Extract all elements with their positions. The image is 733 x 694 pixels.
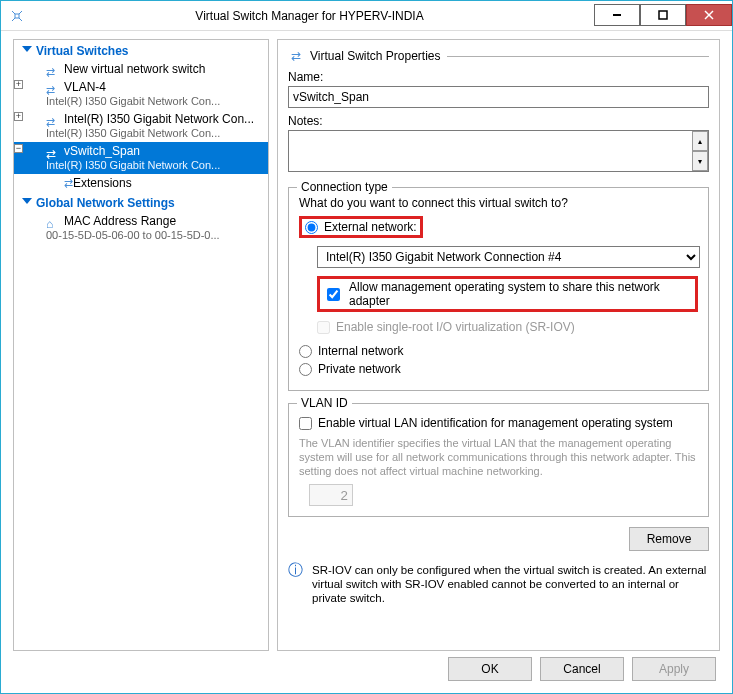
sriov-row: Enable single-root I/O virtualization (S… (317, 320, 698, 334)
window-title: Virtual Switch Manager for HYPERV-INDIA (25, 9, 594, 23)
internal-network-label: Internal network (318, 344, 403, 358)
tree-item-i350[interactable]: + Intel(R) I350 Gigabit Network Con... I… (14, 110, 268, 142)
private-network-radio[interactable] (299, 363, 312, 376)
extension-icon (64, 176, 73, 190)
svg-rect-0 (15, 14, 19, 18)
connection-type-group: Connection type What do you want to conn… (288, 187, 709, 391)
scroll-down-icon[interactable]: ▾ (692, 151, 708, 171)
external-network-label: External network: (324, 220, 417, 234)
titlebar: Virtual Switch Manager for HYPERV-INDIA (1, 1, 732, 31)
adapter-select[interactable]: Intel(R) I350 Gigabit Network Connection… (317, 246, 700, 268)
remove-button[interactable]: Remove (629, 527, 709, 551)
notes-label: Notes: (288, 114, 709, 128)
vlan-group: VLAN ID Enable virtual LAN identificatio… (288, 403, 709, 517)
notes-scroll: ▴ ▾ (692, 131, 708, 171)
tree-detail: 00-15-5D-05-06-00 to 00-15-5D-0... (26, 228, 264, 242)
sriov-info-text: SR-IOV can only be configured when the v… (312, 563, 709, 605)
mac-icon: ⌂ (46, 217, 60, 227)
tree-label: Intel(R) I350 Gigabit Network Con... (64, 112, 254, 126)
scroll-up-icon[interactable]: ▴ (692, 131, 708, 151)
tree-label: VLAN-4 (64, 80, 106, 94)
switch-icon (46, 65, 60, 75)
tree-section-global[interactable]: Global Network Settings (14, 192, 268, 212)
minimize-button[interactable] (594, 4, 640, 26)
divider (447, 56, 710, 57)
apply-button[interactable]: Apply (632, 657, 716, 681)
name-label: Name: (288, 70, 709, 84)
info-icon (288, 563, 304, 579)
switch-icon (46, 115, 60, 125)
switch-icon (46, 83, 60, 93)
vlan-help-text: The VLAN identifier specifies the virtua… (299, 436, 698, 478)
expand-icon[interactable]: + (14, 80, 23, 89)
tree-detail: Intel(R) I350 Gigabit Network Con... (26, 158, 264, 172)
allow-mgmt-checkbox[interactable] (327, 288, 340, 301)
app-icon (9, 8, 25, 24)
sriov-info: SR-IOV can only be configured when the v… (288, 563, 709, 605)
dialog-footer: OK Cancel Apply (1, 651, 732, 687)
tree-label: New virtual network switch (64, 62, 205, 76)
external-network-radio[interactable] (305, 221, 318, 234)
cancel-button[interactable]: Cancel (540, 657, 624, 681)
close-button[interactable] (686, 4, 732, 26)
sriov-label: Enable single-root I/O virtualization (S… (336, 320, 575, 334)
tree-item-vlan4[interactable]: + VLAN-4 Intel(R) I350 Gigabit Network C… (14, 78, 268, 110)
sriov-checkbox (317, 321, 330, 334)
tree-detail: Intel(R) I350 Gigabit Network Con... (26, 94, 264, 108)
notes-input[interactable] (288, 130, 709, 172)
vlan-id-input (309, 484, 353, 506)
ok-button[interactable]: OK (448, 657, 532, 681)
properties-panel: ⇄ Virtual Switch Properties Name: Notes:… (277, 39, 720, 651)
tree-new-virtual-switch[interactable]: New virtual network switch (14, 60, 268, 78)
allow-mgmt-label: Allow management operating system to sha… (349, 280, 692, 308)
nav-tree: Virtual Switches New virtual network swi… (13, 39, 269, 651)
switch-icon: ⇄ (288, 48, 304, 64)
connection-question: What do you want to connect this virtual… (299, 196, 698, 210)
tree-item-vswitch-span[interactable]: − ⇄vSwitch_Span Intel(R) I350 Gigabit Ne… (14, 142, 268, 174)
tree-item-mac-range[interactable]: ⌂MAC Address Range 00-15-5D-05-06-00 to … (14, 212, 268, 244)
internal-network-radio[interactable] (299, 345, 312, 358)
maximize-button[interactable] (640, 4, 686, 26)
tree-label: MAC Address Range (64, 214, 176, 228)
tree-item-extensions[interactable]: Extensions (14, 174, 268, 192)
connection-type-legend: Connection type (297, 180, 392, 194)
panel-heading: Virtual Switch Properties (310, 49, 441, 63)
svg-rect-2 (659, 11, 667, 19)
vlan-legend: VLAN ID (297, 396, 352, 410)
expand-icon[interactable]: + (14, 112, 23, 121)
tree-label: Extensions (73, 176, 132, 190)
name-input[interactable] (288, 86, 709, 108)
vlan-enable-checkbox[interactable] (299, 417, 312, 430)
tree-detail: Intel(R) I350 Gigabit Network Con... (26, 126, 264, 140)
switch-icon: ⇄ (46, 147, 60, 157)
external-network-highlight: External network: (299, 216, 423, 238)
private-network-label: Private network (318, 362, 401, 376)
vlan-enable-label: Enable virtual LAN identification for ma… (318, 416, 673, 430)
tree-label: vSwitch_Span (64, 144, 140, 158)
tree-section-virtual-switches[interactable]: Virtual Switches (14, 40, 268, 60)
allow-mgmt-highlight: Allow management operating system to sha… (317, 276, 698, 312)
collapse-icon[interactable]: − (14, 144, 23, 153)
